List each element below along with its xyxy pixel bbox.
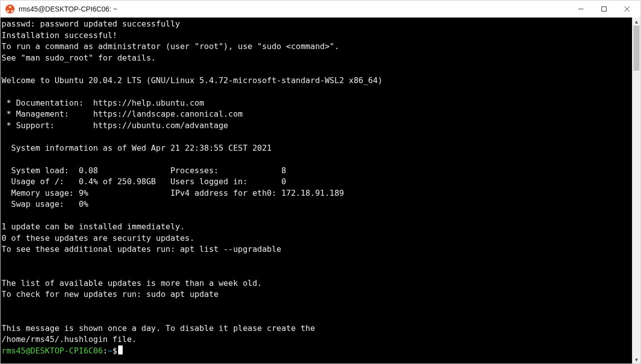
terminal-line [2, 210, 631, 222]
ubuntu-icon [6, 5, 15, 14]
terminal-window: rms45@DESKTOP-CPI6C06: ~ passwd: passwor… [0, 0, 641, 364]
window-title: rms45@DESKTOP-CPI6C06: ~ [19, 5, 117, 13]
terminal-line: This message is shown once a day. To dis… [2, 323, 631, 334]
terminal-line: System load: 0.08 Processes: 8 [2, 165, 631, 177]
terminal-line: System information as of Wed Apr 21 22:3… [2, 143, 631, 154]
terminal-line: To check for new updates run: sudo apt u… [2, 289, 631, 300]
close-icon [624, 7, 629, 12]
maximize-icon [601, 7, 606, 12]
terminal-line: passwd: password updated successfully [2, 19, 631, 30]
terminal-line [2, 131, 631, 143]
cursor [118, 345, 123, 354]
terminal-line: 0 of these updates are security updates. [2, 233, 631, 244]
client-area: passwd: password updated successfullyIns… [1, 18, 640, 363]
terminal-line: To run a command as administrator (user … [2, 41, 631, 53]
terminal-line: Installation successful! [2, 30, 631, 42]
prompt-user-host: rms45@DESKTOP-CPI6C06 [2, 346, 103, 355]
minimize-icon [578, 7, 583, 12]
titlebar-left: rms45@DESKTOP-CPI6C06: ~ [3, 5, 117, 14]
terminal-line: The list of available updates is more th… [2, 278, 631, 289]
prompt-symbol: $ [113, 346, 118, 355]
terminal-line [2, 154, 631, 165]
terminal-line: /home/rms45/.hushlogin file. [2, 334, 631, 345]
scroll-down-arrow-icon[interactable]: ▼ [632, 355, 640, 363]
terminal-line [2, 300, 631, 312]
terminal-line: 1 update can be installed immediately. [2, 221, 631, 233]
vertical-scrollbar[interactable]: ▲ ▼ [632, 18, 640, 363]
terminal-line [2, 255, 631, 267]
close-button[interactable] [615, 1, 638, 18]
titlebar[interactable]: rms45@DESKTOP-CPI6C06: ~ [1, 1, 640, 18]
terminal-line: Usage of /: 0.4% of 250.98GB Users logge… [2, 176, 631, 188]
terminal-line: See "man sudo_root" for details. [2, 53, 631, 64]
scroll-up-arrow-icon[interactable]: ▲ [632, 18, 640, 26]
terminal-line: * Management: https://landscape.canonica… [2, 109, 631, 120]
terminal-line: Swap usage: 0% [2, 199, 631, 210]
terminal-line: * Documentation: https://help.ubuntu.com [2, 98, 631, 109]
terminal-line [2, 86, 631, 98]
terminal-line: To see these additional updates run: apt… [2, 244, 631, 255]
terminal-line: * Support: https://ubuntu.com/advantage [2, 120, 631, 132]
maximize-button[interactable] [592, 1, 615, 18]
svg-rect-0 [602, 7, 606, 12]
prompt-path: ~ [108, 346, 113, 355]
terminal-line [2, 64, 631, 75]
terminal-line [2, 311, 631, 323]
scrollbar-thumb[interactable] [633, 26, 639, 71]
terminal-output[interactable]: passwd: password updated successfullyIns… [1, 18, 632, 363]
terminal-line: Memory usage: 9% IPv4 address for eth0: … [2, 188, 631, 199]
prompt-separator: : [103, 346, 108, 355]
prompt-line[interactable]: rms45@DESKTOP-CPI6C06:~$ [2, 345, 631, 357]
minimize-button[interactable] [569, 1, 592, 18]
terminal-line: Welcome to Ubuntu 20.04.2 LTS (GNU/Linux… [2, 75, 631, 87]
terminal-line [2, 266, 631, 278]
